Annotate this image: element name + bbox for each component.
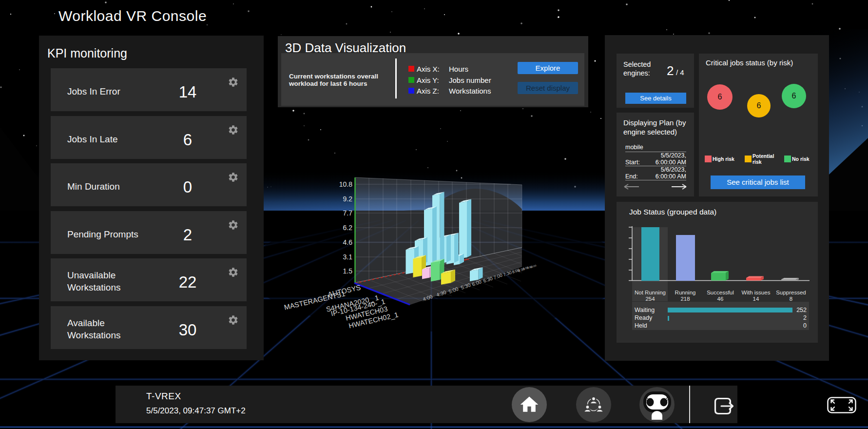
svg-text:Suppressed: Suppressed — [776, 290, 806, 295]
svg-text:7.7: 7.7 — [343, 209, 353, 217]
svg-text:46: 46 — [717, 296, 724, 302]
svg-text:252: 252 — [796, 307, 807, 313]
svg-text:Waiting: Waiting — [635, 307, 655, 313]
svg-text:2: 2 — [803, 314, 807, 321]
svg-text:254: 254 — [645, 296, 655, 302]
svg-text:10.8: 10.8 — [339, 180, 352, 188]
svg-text:Not Running: Not Running — [635, 290, 666, 295]
svg-text:1.5: 1.5 — [343, 267, 353, 275]
svg-text:14: 14 — [753, 296, 759, 302]
svg-text:9.2: 9.2 — [343, 195, 353, 203]
svg-text:3.1: 3.1 — [343, 253, 353, 261]
svg-text:Ready: Ready — [635, 314, 653, 321]
svg-text:6.2: 6.2 — [343, 224, 353, 232]
svg-text:Successful: Successful — [707, 290, 734, 295]
svg-text:4.6: 4.6 — [343, 238, 353, 246]
svg-text:Held: Held — [635, 322, 647, 329]
svg-text:0: 0 — [803, 322, 807, 329]
svg-text:218: 218 — [680, 296, 690, 302]
svg-text:Running: Running — [675, 290, 696, 295]
svg-text:With issues: With issues — [742, 290, 771, 295]
svg-text:8: 8 — [790, 296, 792, 302]
